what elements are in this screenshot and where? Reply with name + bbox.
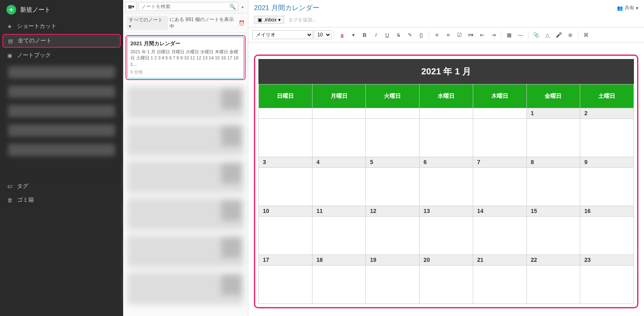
share-button[interactable]: 👥 共有 ▾ [617,4,638,11]
calendar-date-cell[interactable]: 9 [580,157,634,168]
more-button[interactable]: ⌘ [581,30,591,40]
underline-button[interactable]: U [382,30,392,40]
calendar-date-cell[interactable]: 1 [527,108,580,119]
calendar-content-cell[interactable] [580,265,634,304]
calendar-date-cell[interactable]: 3 [259,157,313,168]
new-note-button[interactable]: + 新規ノート [0,0,123,19]
calendar-content-cell[interactable] [473,217,527,255]
attach-button[interactable]: 📎 [531,30,541,40]
sidebar-item-all-notes[interactable]: ▤ 全てのノート [2,34,121,48]
hr-button[interactable]: — [515,30,526,40]
audio-button[interactable]: 🎤 [554,30,564,40]
reminder-icon[interactable]: ⏰ [239,20,245,26]
calendar-date-cell[interactable]: 23 [580,255,634,265]
calendar-content-cell[interactable] [366,168,420,206]
italic-button[interactable]: I [371,30,381,40]
calendar-date-cell[interactable]: 10 [259,206,313,217]
calendar-content-cell[interactable] [312,217,366,255]
notelist-filter: すべてのノート ▾ にある 891 個のノートを表示中 ⏰ [123,13,248,33]
strikethrough-button[interactable]: S̶ [393,30,404,40]
note-title[interactable]: 2021 月間カレンダー [254,3,319,13]
calendar-date-cell[interactable]: 5 [366,157,420,168]
editor-body[interactable]: 2021 年 1 月 日曜日月曜日火曜日水曜日木曜日金曜日土曜日 1234567… [248,42,644,316]
calendar-content-cell[interactable] [473,265,527,304]
calendar-content-cell[interactable] [580,119,634,157]
calendar-content-cell[interactable] [366,217,420,255]
calendar-content-cell[interactable] [527,168,580,206]
calendar-content-cell[interactable] [580,217,634,255]
calendar-date-cell[interactable] [259,108,313,119]
blurred-notebooks [8,66,115,175]
indent-button[interactable]: ⇥ [488,30,499,40]
calendar-date-cell[interactable]: 15 [527,206,580,217]
calendar-content-cell[interactable] [312,168,366,206]
calendar-content-cell[interactable] [580,168,634,206]
table-button[interactable]: ▦ [504,30,514,40]
calendar-date-cell[interactable]: 17 [259,255,313,265]
calendar-content-cell[interactable] [366,119,420,157]
calendar-content-cell[interactable] [259,217,313,255]
calendar-date-cell[interactable] [420,108,473,119]
calendar-date-cell[interactable]: 12 [366,206,420,217]
add-tag-input[interactable]: タグを追加... [288,17,317,23]
calendar-content-cell[interactable] [420,265,473,304]
collapse-icon[interactable]: ▴ [240,4,245,9]
calendar-date-cell[interactable]: 13 [420,206,473,217]
calendar-content-cell[interactable] [312,119,366,157]
calendar-content-cell[interactable] [527,265,580,304]
bold-button[interactable]: B [359,30,370,40]
calendar-content-cell[interactable] [420,119,473,157]
calendar-content-cell[interactable] [312,265,366,304]
notebook-selector[interactable]: ▣ .inbox ▾ [254,16,284,24]
calendar-date-cell[interactable]: 2 [580,108,634,119]
calendar-date-cell[interactable]: 19 [366,255,420,265]
font-color-dropdown[interactable]: ▾ [348,30,359,40]
calendar-date-cell[interactable]: 20 [420,255,473,265]
calendar-date-cell[interactable] [312,108,366,119]
calendar-content-cell[interactable] [420,168,473,206]
calendar-date-cell[interactable] [473,108,527,119]
font-color-button[interactable]: a [337,30,347,40]
calendar-date-cell[interactable]: 8 [527,157,580,168]
highlight-button[interactable]: ✎ [405,30,415,40]
calendar-content-cell[interactable] [259,119,313,157]
filter-dropdown[interactable]: すべてのノート ▾ [126,16,168,30]
font-select[interactable]: メイリオ [252,30,313,39]
sidebar-item-notebooks[interactable]: ▣ ノートブック [0,48,123,62]
calendar-content-cell[interactable] [366,265,420,304]
calendar-date-cell[interactable] [366,108,420,119]
calendar-date-cell[interactable]: 22 [527,255,580,265]
calendar-date-cell[interactable]: 7 [473,157,527,168]
link-button[interactable]: ⊕ [565,30,575,40]
view-mode-button[interactable]: ▦▾ [126,2,137,11]
checkbox-button[interactable]: ☑ [454,30,465,40]
sidebar-item-trash[interactable]: 🗑 ゴミ箱 [0,193,123,207]
calendar-content-cell[interactable] [473,119,527,157]
calendar-date-cell[interactable]: 14 [473,206,527,217]
calendar-date-cell[interactable]: 21 [473,255,527,265]
calendar-content-cell[interactable] [527,119,580,157]
note-card-selected[interactable]: 2021 月間カレンダー 2021 年 1 月 日曜日 月曜日 火曜日 水曜日 … [126,35,245,80]
calendar-content-cell[interactable] [473,168,527,206]
font-size-select[interactable]: 10 [314,30,331,39]
sidebar-item-tags[interactable]: 🏷 タグ [0,179,123,193]
calendar-date-cell[interactable]: 18 [312,255,366,265]
sidebar-item-shortcuts[interactable]: ★ ショートカット [0,19,123,33]
calendar-date-cell[interactable]: 16 [580,206,634,217]
calendar-date-cell[interactable]: 4 [312,157,366,168]
outdent-button[interactable]: ⇤ [477,30,487,40]
code-button[interactable]: {} [416,30,426,40]
bullet-list-button[interactable]: ≡ [432,30,442,40]
number-list-button[interactable]: ≡ [443,30,453,40]
note-card-preview: 2021 年 1 月 日曜日 月曜日 火曜日 水曜日 木曜日 金曜日 土曜日 1… [130,49,241,67]
calendar-content-cell[interactable] [259,168,313,206]
editor-header: 2021 月間カレンダー 👥 共有 ▾ [248,0,644,14]
search-input[interactable] [138,2,238,11]
align-button[interactable]: ≡▾ [466,30,476,40]
drive-button[interactable]: △ [542,30,553,40]
calendar-content-cell[interactable] [420,217,473,255]
calendar-content-cell[interactable] [527,217,580,255]
calendar-date-cell[interactable]: 6 [420,157,473,168]
calendar-date-cell[interactable]: 11 [312,206,366,217]
calendar-content-cell[interactable] [259,265,313,304]
